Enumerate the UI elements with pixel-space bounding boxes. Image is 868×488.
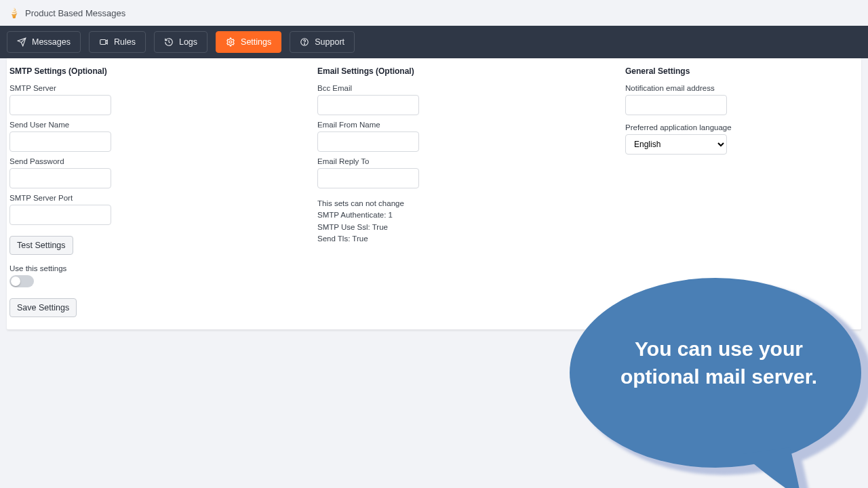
language-label: Preferred application language [625,123,859,131]
note-line: This sets can not change [317,198,625,209]
smtp-password-label: Send Password [9,157,317,165]
camera-icon [99,37,108,47]
nav-label: Rules [114,37,136,47]
smtp-user-input[interactable] [9,131,111,152]
nav-label: Messages [32,37,71,47]
app-logo-icon: 🍦 [8,7,20,18]
smtp-section-title: SMTP Settings (Optional) [9,66,317,76]
toggle-knob [11,277,20,286]
smtp-server-label: SMTP Server [9,84,317,92]
email-section-title: Email Settings (Optional) [317,66,625,76]
sliders-icon [226,37,235,47]
smtp-port-label: SMTP Server Port [9,194,317,202]
reply-to-label: Email Reply To [317,157,625,165]
use-settings-toggle[interactable] [9,275,34,287]
from-name-label: Email From Name [317,121,625,129]
smtp-password-input[interactable] [9,168,111,188]
button-label: Test Settings [17,241,66,250]
language-select[interactable]: English [625,134,727,155]
callout-bubble: You can use your optional mail server. [556,264,868,488]
main-nav: Messages Rules Logs Settings Support [0,26,868,58]
from-name-input[interactable] [317,131,419,152]
history-icon [164,37,174,47]
svg-rect-0 [100,40,106,45]
bcc-email-label: Bcc Email [317,84,625,92]
help-circle-icon [300,37,309,47]
nav-label: Settings [241,37,271,47]
reply-to-input[interactable] [317,168,419,188]
nav-rules[interactable]: Rules [89,31,146,53]
svg-point-1 [229,41,232,43]
app-title: Product Based Messages [25,8,125,18]
nav-label: Support [315,37,344,47]
nav-settings[interactable]: Settings [216,31,281,53]
note-line: SMTP Use Ssl: True [317,222,625,233]
use-settings-label: Use this settings [9,264,317,272]
nav-logs[interactable]: Logs [154,31,208,53]
button-label: Save Settings [17,303,69,312]
svg-point-3 [304,43,305,44]
test-settings-button[interactable]: Test Settings [9,236,73,255]
callout-text: You can use your optional mail server. [604,336,834,390]
smtp-settings-column: SMTP Settings (Optional) SMTP Server Sen… [9,66,317,317]
bcc-email-input[interactable] [317,95,419,115]
notify-email-label: Notification email address [625,84,859,92]
nav-support[interactable]: Support [290,31,355,53]
smtp-user-label: Send User Name [9,121,317,129]
smtp-port-input[interactable] [9,205,111,225]
titlebar: 🍦 Product Based Messages [0,0,868,26]
paper-plane-icon [17,37,26,47]
note-line: Send Tls: True [317,233,625,245]
nav-label: Logs [179,37,197,47]
smtp-locked-note: This sets can not change SMTP Authentica… [317,198,625,245]
note-line: SMTP Authenticate: 1 [317,209,625,221]
smtp-server-input[interactable] [9,95,111,115]
save-settings-button[interactable]: Save Settings [9,298,77,317]
nav-messages[interactable]: Messages [7,31,81,53]
general-section-title: General Settings [625,66,859,76]
notify-email-input[interactable] [625,95,727,115]
